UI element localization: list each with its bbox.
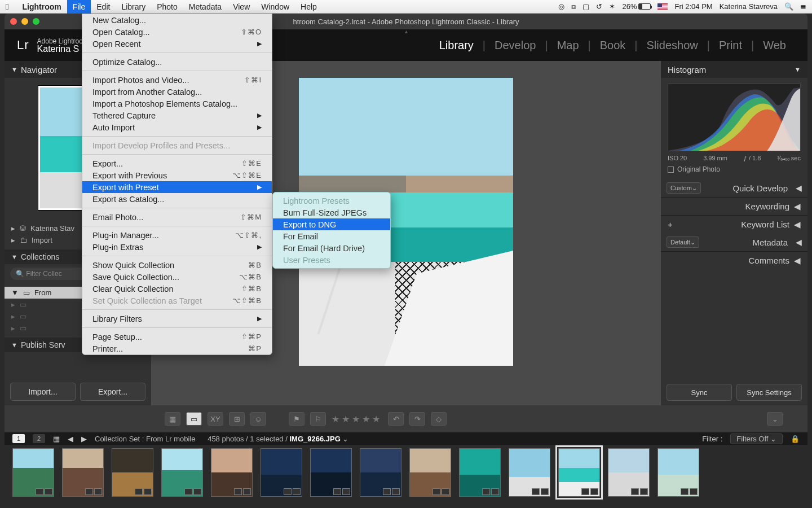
flag-pick-button[interactable]: ⚑ xyxy=(289,412,304,426)
toolbar-menu-button[interactable]: ⌄ xyxy=(767,412,783,426)
film-thumb[interactable] xyxy=(112,448,153,497)
sync-settings-button[interactable]: Sync Settings xyxy=(736,384,802,401)
module-develop[interactable]: Develop xyxy=(486,39,545,52)
menubar-window[interactable]: Window xyxy=(255,0,295,14)
submenu-export-dng[interactable]: Export to DNG xyxy=(273,218,390,230)
original-checkbox-icon[interactable] xyxy=(668,167,674,173)
quickdev-dropdown[interactable]: Custom ⌄ xyxy=(667,182,701,194)
status-collection-name[interactable]: From Lr mobile xyxy=(146,435,195,443)
menubar-help[interactable]: Help xyxy=(295,0,323,14)
menu-export-with-preset[interactable]: Export with Preset▶ xyxy=(82,181,272,193)
film-thumb[interactable] xyxy=(261,448,302,497)
loupe-view-button[interactable]: ▭ xyxy=(186,412,202,426)
film-thumb[interactable] xyxy=(161,448,203,497)
keywordlist-section[interactable]: +Keyword List◀ xyxy=(661,215,807,233)
input-flag-icon[interactable] xyxy=(657,3,668,10)
menu-printer[interactable]: Printer...⌘P xyxy=(82,343,272,354)
menu-import-pse[interactable]: Import a Photoshop Elements Catalog... xyxy=(82,98,272,110)
spotlight-icon[interactable]: 🔍 xyxy=(784,2,793,11)
menu-plugin-manager[interactable]: Plug-in Manager...⌥⇧⌘, xyxy=(82,229,272,241)
submenu-for-email-hd[interactable]: For Email (Hard Drive) xyxy=(273,242,390,254)
import-button[interactable]: Import... xyxy=(10,383,76,401)
submenu-for-email[interactable]: For Email xyxy=(273,230,390,242)
menu-show-qc[interactable]: Show Quick Collection⌘B xyxy=(82,259,272,271)
menu-email-photo[interactable]: Email Photo...⇧⌘M xyxy=(82,211,272,223)
grid-tiny-icon[interactable]: ▦ xyxy=(53,435,60,443)
comments-section[interactable]: Comments◀ xyxy=(661,251,807,269)
metadata-dropdown[interactable]: Default ⌄ xyxy=(667,237,699,248)
compare-view-button[interactable]: XY xyxy=(208,412,223,426)
timemachine-icon[interactable]: ↺ xyxy=(596,2,602,11)
menubar-view[interactable]: View xyxy=(227,0,255,14)
menu-export-previous[interactable]: Export with Previous⌥⇧⌘E xyxy=(82,169,272,181)
film-thumb[interactable] xyxy=(608,448,650,497)
control-center-icon[interactable]: ≣ xyxy=(800,2,806,11)
nav-back-button[interactable]: ◀ xyxy=(68,435,73,443)
wifi-icon[interactable]: ✶ xyxy=(609,2,615,11)
menubar-photo[interactable]: Photo xyxy=(151,0,183,14)
menu-export-as-catalog[interactable]: Export as Catalog... xyxy=(82,193,272,205)
grid-view-button[interactable]: ▦ xyxy=(165,412,180,426)
module-map[interactable]: Map xyxy=(548,39,588,52)
airplay-icon[interactable]: ▢ xyxy=(582,2,589,11)
filmstrip[interactable] xyxy=(5,445,807,508)
film-thumb[interactable] xyxy=(211,448,253,497)
film-thumb[interactable] xyxy=(360,448,401,497)
menu-import-photos[interactable]: Import Photos and Video...⇧⌘I xyxy=(82,74,272,86)
menubar-metadata[interactable]: Metadata xyxy=(183,0,227,14)
menu-new-catalog[interactable]: New Catalog... xyxy=(82,14,272,26)
menubar-user[interactable]: Katerina Stavreva xyxy=(720,2,778,11)
secondary-display-2[interactable]: 2 xyxy=(33,434,45,443)
menu-auto-import[interactable]: Auto Import▶ xyxy=(82,121,272,133)
film-thumb[interactable] xyxy=(657,448,699,497)
menu-page-setup[interactable]: Page Setup...⇧⌘P xyxy=(82,331,272,343)
module-book[interactable]: Book xyxy=(591,39,635,52)
menu-library-filters[interactable]: Library Filters▶ xyxy=(82,313,272,325)
menu-clear-qc[interactable]: Clear Quick Collection⇧⌘B xyxy=(82,283,272,295)
film-thumb[interactable] xyxy=(62,448,104,497)
collapse-top-icon[interactable]: ▴ xyxy=(405,29,408,34)
sync-button[interactable]: Sync xyxy=(667,384,732,401)
menubar-library[interactable]: Library xyxy=(116,0,151,14)
battery-status[interactable]: 26% xyxy=(622,2,651,11)
menu-import-another[interactable]: Import from Another Catalog... xyxy=(82,86,272,98)
face-region-button[interactable]: ◇ xyxy=(431,412,447,426)
film-thumb[interactable] xyxy=(459,448,501,497)
menubar-file[interactable]: File xyxy=(67,0,91,14)
menu-tethered[interactable]: Tethered Capture▶ xyxy=(82,110,272,121)
film-thumb[interactable] xyxy=(310,448,352,497)
histogram-header[interactable]: Histogram ▼ xyxy=(661,61,807,78)
menubar-app[interactable]: Lightroom xyxy=(16,0,67,14)
film-thumb[interactable] xyxy=(409,448,451,497)
apple-menu-icon[interactable]:  xyxy=(6,2,8,11)
menu-plugin-extras[interactable]: Plug-in Extras▶ xyxy=(82,241,272,253)
rotate-left-button[interactable]: ↶ xyxy=(388,412,404,426)
menu-open-recent[interactable]: Open Recent▶ xyxy=(82,38,272,50)
flag-reject-button[interactable]: ⚐ xyxy=(310,412,326,426)
minimize-window-button[interactable] xyxy=(21,18,28,25)
cc-icon[interactable]: ◎ xyxy=(558,2,564,11)
menubar-clock[interactable]: Fri 2:04 PM xyxy=(674,2,712,11)
export-button[interactable]: Export... xyxy=(80,383,145,401)
keywording-section[interactable]: Keywording◀ xyxy=(661,197,807,215)
module-web[interactable]: Web xyxy=(754,39,795,52)
film-thumb-selected[interactable] xyxy=(558,448,600,497)
people-view-button[interactable]: ☺ xyxy=(250,412,266,426)
dropbox-icon[interactable]: ⧈ xyxy=(571,2,576,11)
film-thumb[interactable] xyxy=(12,448,54,497)
status-dropdown-icon[interactable]: ⌄ xyxy=(342,435,348,443)
menubar-edit[interactable]: Edit xyxy=(91,0,116,14)
zoom-window-button[interactable] xyxy=(33,18,39,25)
quick-develop-label[interactable]: Quick Develop xyxy=(732,183,788,193)
submenu-burn-jpegs[interactable]: Burn Full-Sized JPEGs xyxy=(273,207,390,218)
survey-view-button[interactable]: ⊞ xyxy=(229,412,245,426)
filter-dropdown[interactable]: Filters Off ⌄ xyxy=(730,433,783,444)
rotate-right-button[interactable]: ↷ xyxy=(409,412,425,426)
secondary-display-1[interactable]: 1 xyxy=(12,434,25,443)
film-thumb[interactable] xyxy=(509,448,550,497)
module-print[interactable]: Print xyxy=(710,39,751,52)
module-library[interactable]: Library xyxy=(430,39,483,52)
menu-optimize-catalog[interactable]: Optimize Catalog... xyxy=(82,56,272,68)
menu-export[interactable]: Export...⇧⌘E xyxy=(82,157,272,169)
nav-fwd-button[interactable]: ▶ xyxy=(81,435,87,443)
